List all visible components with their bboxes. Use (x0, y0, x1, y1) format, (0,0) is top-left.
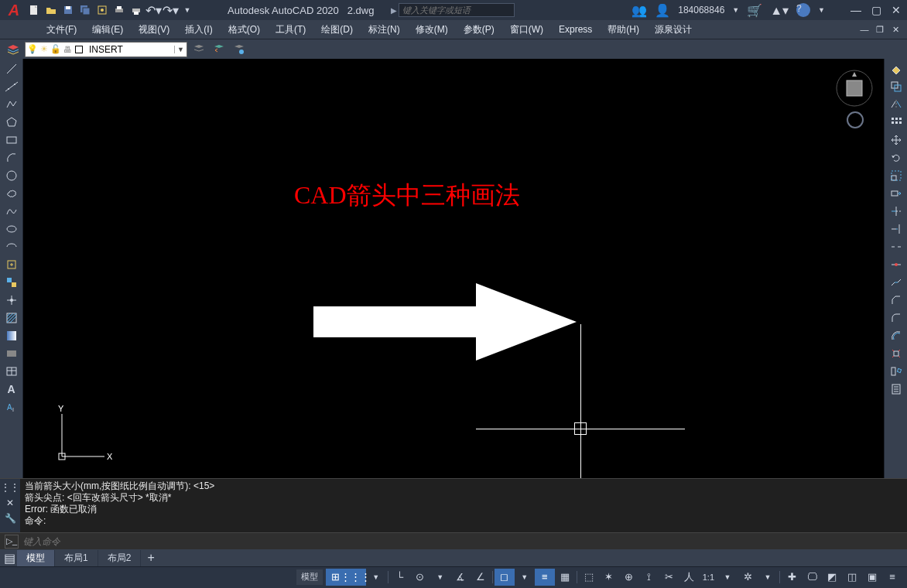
tool-chamfer-icon[interactable] (886, 292, 906, 309)
tab-add-icon[interactable]: + (141, 549, 160, 566)
tool-xline-icon[interactable] (2, 78, 22, 95)
tab-layout1[interactable]: 布局1 (55, 550, 98, 566)
tool-arc-icon[interactable] (2, 149, 22, 166)
tool-trim-icon[interactable] (886, 203, 906, 220)
qat-redo-icon[interactable]: ↷▾ (163, 2, 178, 18)
tool-align-icon[interactable] (886, 363, 906, 380)
qat-open-icon[interactable] (43, 2, 59, 18)
tool-spline-icon[interactable] (2, 203, 22, 220)
tool-table-icon[interactable] (2, 363, 22, 380)
appstore-icon[interactable]: ▲▾ (770, 3, 789, 18)
tool-erase-icon[interactable] (886, 60, 906, 77)
menu-parametric[interactable]: 参数(P) (456, 21, 502, 39)
maximize-button[interactable]: ▢ (868, 2, 884, 18)
user-icon[interactable]: 👤 (655, 3, 670, 18)
qat-plot-icon[interactable] (111, 2, 127, 18)
mdi-close-icon[interactable]: ✕ (888, 23, 902, 36)
status-annoscale-icon[interactable]: ✲ (738, 569, 758, 586)
close-button[interactable]: ✕ (888, 2, 904, 18)
tool-text-icon[interactable]: A (2, 381, 22, 398)
status-osnap-dd-icon[interactable]: ▼ (515, 569, 535, 586)
tool-revcloud-icon[interactable] (2, 185, 22, 202)
status-clean-icon[interactable]: ▣ (862, 569, 882, 586)
layer-state-icon[interactable] (231, 41, 248, 58)
status-ortho-icon[interactable]: └ (390, 569, 410, 586)
status-ws-switch-icon[interactable]: ✚ (782, 569, 802, 586)
tool-array-icon[interactable] (886, 114, 906, 131)
tool-extend-icon[interactable] (886, 220, 906, 238)
menu-help[interactable]: 帮助(H) (600, 21, 647, 39)
qat-undo-icon[interactable]: ↶▾ (145, 2, 161, 18)
status-selection-icon[interactable]: ⬚ (579, 569, 599, 586)
app-logo[interactable]: A (3, 0, 25, 21)
menu-express[interactable]: Express (551, 22, 600, 37)
menu-tools[interactable]: 工具(T) (268, 21, 313, 39)
tool-break-icon[interactable] (886, 238, 906, 255)
qat-save-icon[interactable] (60, 2, 76, 18)
status-gizmo-icon[interactable]: ✶ (599, 569, 619, 586)
layer-iso-icon[interactable] (190, 41, 207, 58)
mdi-restore-icon[interactable]: ❐ (873, 23, 887, 36)
status-customize-icon[interactable]: ≡ (882, 569, 902, 586)
status-scale-label[interactable]: 1:1 (700, 569, 717, 586)
navbar-icon[interactable] (847, 111, 864, 128)
layer-dropdown-icon[interactable]: ▼ (174, 46, 187, 53)
tool-circle-icon[interactable] (2, 167, 22, 184)
tool-ellipse-arc-icon[interactable] (2, 238, 22, 255)
status-polar-icon[interactable]: ⊙ (410, 569, 430, 586)
qat-saveall-icon[interactable] (77, 2, 93, 18)
tool-line-icon[interactable] (2, 60, 22, 77)
status-polar-dd-icon[interactable]: ▼ (430, 569, 450, 586)
tool-rectangle-icon[interactable] (2, 132, 22, 149)
menu-view[interactable]: 视图(V) (131, 21, 177, 39)
tool-copy-icon[interactable] (886, 78, 906, 95)
status-workspace-icon[interactable]: 人 (679, 569, 700, 586)
help-dropdown-icon[interactable]: ▼ (818, 6, 825, 14)
menu-format[interactable]: 格式(O) (221, 21, 268, 39)
qat-print-icon[interactable] (128, 2, 144, 18)
tool-point-icon[interactable] (2, 292, 22, 309)
tool-rotate-icon[interactable] (886, 149, 906, 166)
status-scale-dd-icon[interactable]: ▼ (717, 569, 738, 586)
status-transparency-icon[interactable]: ▦ (555, 569, 575, 586)
qat-plot-preview-icon[interactable] (94, 2, 110, 18)
tool-hatch-icon[interactable] (2, 309, 22, 326)
menu-edit[interactable]: 编辑(E) (84, 21, 131, 39)
status-lineweight-icon[interactable]: ≡ (535, 569, 555, 586)
share-icon[interactable]: 👥 (631, 3, 647, 18)
tool-join-icon[interactable] (886, 274, 906, 291)
menu-file[interactable]: 文件(F) (39, 21, 84, 39)
tool-stretch-icon[interactable] (886, 185, 906, 202)
status-snap-dd-icon[interactable]: ▼ (366, 569, 386, 586)
layer-properties-icon[interactable] (5, 41, 22, 58)
menu-window[interactable]: 窗口(W) (502, 21, 551, 39)
drawing-canvas[interactable]: CAD箭头中三种画法 Y X (23, 59, 884, 478)
qat-new-icon[interactable] (26, 2, 42, 18)
status-units-icon[interactable]: ⟟ (639, 569, 659, 586)
qat-dropdown-icon[interactable]: ▼ (180, 2, 195, 18)
tool-insert-icon[interactable] (2, 256, 22, 273)
tool-gradient-icon[interactable] (2, 327, 22, 344)
status-qprops-icon[interactable]: ✂ (659, 569, 679, 586)
tool-pline-icon[interactable] (2, 96, 22, 113)
tool-mtext-icon[interactable]: AI (2, 398, 22, 415)
command-line-icon[interactable]: ▷_ (5, 535, 19, 549)
command-history-text[interactable]: 当前箭头大小(mm,按图纸比例自动调节): <15> 箭头尖点: <回车改箭头尺… (20, 479, 907, 532)
tab-list-icon[interactable]: ▤ (2, 550, 17, 566)
tool-mirror-icon[interactable] (886, 96, 906, 113)
tab-model[interactable]: 模型 (17, 550, 55, 566)
tool-break-at-icon[interactable] (886, 256, 906, 273)
user-dropdown-icon[interactable]: ▼ (732, 6, 739, 14)
tool-ellipse-icon[interactable] (2, 220, 22, 238)
tool-scale-icon[interactable] (886, 167, 906, 184)
mdi-minimize-icon[interactable]: — (857, 23, 871, 36)
status-isolate-icon[interactable]: ◫ (842, 569, 862, 586)
menu-dimension[interactable]: 标注(N) (361, 21, 408, 39)
cmdhist-settings-icon[interactable]: 🔧 (3, 511, 17, 525)
minimize-button[interactable]: — (848, 2, 864, 18)
layer-prev-icon[interactable] (210, 41, 228, 58)
menu-custom[interactable]: 源泉设计 (647, 21, 700, 39)
tool-move-icon[interactable] (886, 132, 906, 149)
tab-layout2[interactable]: 布局2 (98, 550, 142, 566)
status-snap-icon[interactable]: ⋮⋮⋮ (346, 569, 366, 586)
